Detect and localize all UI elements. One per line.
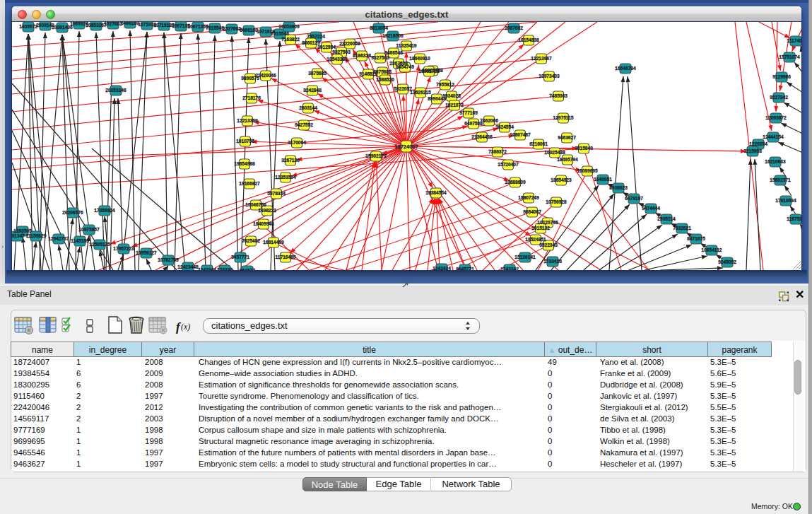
svg-text:15902175: 15902175 xyxy=(365,153,387,158)
svg-text:10654112: 10654112 xyxy=(702,247,722,252)
svg-text:2935114: 2935114 xyxy=(657,216,676,221)
svg-text:8454749: 8454749 xyxy=(396,64,414,69)
svg-text:1621072: 1621072 xyxy=(445,103,464,107)
svg-text:7557224: 7557224 xyxy=(307,34,325,39)
svg-text:10782759: 10782759 xyxy=(158,257,179,262)
svg-text:19654988: 19654988 xyxy=(234,161,255,166)
svg-text:8813054: 8813054 xyxy=(370,25,388,30)
svg-text:7515546: 7515546 xyxy=(206,25,224,30)
svg-text:16409948: 16409948 xyxy=(253,221,274,226)
svg-text:2803144: 2803144 xyxy=(299,105,317,110)
svg-text:7163822: 7163822 xyxy=(281,37,300,42)
svg-text:15136141: 15136141 xyxy=(514,255,536,259)
svg-text:7386372: 7386372 xyxy=(488,149,507,154)
svg-text:5578334: 5578334 xyxy=(267,191,286,196)
svg-text:12942737: 12942737 xyxy=(48,236,69,241)
svg-text:8471675: 8471675 xyxy=(687,236,705,241)
svg-text:10688609: 10688609 xyxy=(505,180,526,185)
svg-text:19384554: 19384554 xyxy=(425,190,447,195)
svg-text:18640910: 18640910 xyxy=(409,56,430,61)
svg-text:3267130: 3267130 xyxy=(281,158,300,163)
svg-text:6466160: 6466160 xyxy=(240,28,258,33)
svg-text:1010755: 1010755 xyxy=(236,139,254,144)
svg-text:1167534: 1167534 xyxy=(787,216,801,221)
svg-text:1498222: 1498222 xyxy=(258,208,276,213)
svg-text:17010534: 17010534 xyxy=(775,198,796,203)
svg-text:19524851: 19524851 xyxy=(525,237,546,242)
svg-text:16648784: 16648784 xyxy=(615,66,636,71)
svg-text:9129966: 9129966 xyxy=(772,74,791,79)
svg-text:1588520: 1588520 xyxy=(376,77,394,82)
svg-text:10543382: 10543382 xyxy=(326,57,348,62)
svg-text:1220354: 1220354 xyxy=(749,141,767,146)
svg-text:11156829: 11156829 xyxy=(26,233,47,238)
svg-text:6479197: 6479197 xyxy=(625,196,643,201)
svg-text:18495794: 18495794 xyxy=(557,157,578,162)
svg-text:7462066: 7462066 xyxy=(480,118,498,123)
svg-text:9327503: 9327503 xyxy=(332,49,351,54)
svg-text:9427552: 9427552 xyxy=(295,122,313,127)
svg-text:10756928: 10756928 xyxy=(546,199,567,204)
svg-text:10958127: 10958127 xyxy=(136,250,157,255)
svg-text:9463627: 9463627 xyxy=(558,135,576,140)
svg-text:15720407: 15720407 xyxy=(498,162,519,167)
svg-text:15751074: 15751074 xyxy=(779,54,800,59)
svg-text:10807487: 10807487 xyxy=(510,132,531,137)
svg-text:18724007: 18724007 xyxy=(394,144,418,150)
svg-text:11716485: 11716485 xyxy=(276,255,296,259)
svg-text:16961758: 16961758 xyxy=(418,69,440,74)
svg-text:7515546: 7515546 xyxy=(271,31,289,36)
svg-text:10046756: 10046756 xyxy=(245,202,266,207)
svg-text:5322057: 5322057 xyxy=(394,86,412,91)
svg-text:7485063: 7485063 xyxy=(549,93,567,98)
svg-text:6216061: 6216061 xyxy=(529,141,548,146)
svg-text:12975115: 12975115 xyxy=(553,115,574,120)
svg-text:3912954: 3912954 xyxy=(317,45,336,49)
svg-text:10154838: 10154838 xyxy=(518,37,539,42)
svg-text:9146821: 9146821 xyxy=(359,71,377,76)
svg-text:391347: 391347 xyxy=(12,233,25,238)
svg-text:9227342: 9227342 xyxy=(770,95,788,100)
svg-text:9245052: 9245052 xyxy=(718,259,736,264)
svg-text:3624554: 3624554 xyxy=(495,124,514,129)
svg-text:12505175: 12505175 xyxy=(89,242,110,247)
svg-text:10975857: 10975857 xyxy=(78,227,100,232)
svg-text:8186328: 8186328 xyxy=(353,53,371,58)
svg-text:7632621: 7632621 xyxy=(673,226,691,230)
svg-text:2718176: 2718176 xyxy=(242,95,261,100)
svg-text:9327503: 9327503 xyxy=(371,55,389,60)
svg-text:3170064: 3170064 xyxy=(288,140,306,145)
svg-text:1405572: 1405572 xyxy=(19,24,37,29)
svg-text:10120746: 10120746 xyxy=(537,220,558,225)
svg-text:7955812: 7955812 xyxy=(436,82,454,87)
svg-text:20206576: 20206576 xyxy=(62,210,83,215)
svg-text:1193505: 1193505 xyxy=(13,228,32,233)
svg-text:9777169: 9777169 xyxy=(459,110,478,115)
svg-text:15692371: 15692371 xyxy=(770,177,791,182)
svg-text:10973403: 10973403 xyxy=(539,74,560,78)
svg-text:9474444: 9474444 xyxy=(642,206,660,211)
svg-text:1527602: 1527602 xyxy=(104,22,122,26)
svg-text:1145193: 1145193 xyxy=(71,238,89,243)
svg-text:9522343: 9522343 xyxy=(539,243,558,247)
svg-text:9934028: 9934028 xyxy=(442,93,461,98)
svg-text:10025438: 10025438 xyxy=(544,150,565,155)
svg-text:12213369: 12213369 xyxy=(237,118,258,123)
svg-text:12213967: 12213967 xyxy=(531,56,552,61)
svg-text:6497568: 6497568 xyxy=(464,121,483,126)
svg-text:3215958: 3215958 xyxy=(743,148,762,153)
svg-text:6466160: 6466160 xyxy=(121,22,139,25)
svg-text:10099695: 10099695 xyxy=(577,168,598,173)
svg-text:9515840: 9515840 xyxy=(575,146,593,151)
svg-text:9242848: 9242848 xyxy=(303,88,322,93)
svg-text:18807249: 18807249 xyxy=(518,195,539,200)
svg-text:16210643: 16210643 xyxy=(765,159,786,164)
svg-text:9684067: 9684067 xyxy=(523,209,541,214)
svg-text:16053809: 16053809 xyxy=(278,24,300,29)
svg-text:3875685: 3875685 xyxy=(308,71,326,76)
svg-text:12093872: 12093872 xyxy=(765,115,787,120)
svg-text:13626215: 13626215 xyxy=(410,90,431,95)
svg-text:12444154: 12444154 xyxy=(763,134,784,139)
svg-text:8938923: 8938923 xyxy=(609,185,628,190)
svg-text:11325419: 11325419 xyxy=(396,43,417,48)
